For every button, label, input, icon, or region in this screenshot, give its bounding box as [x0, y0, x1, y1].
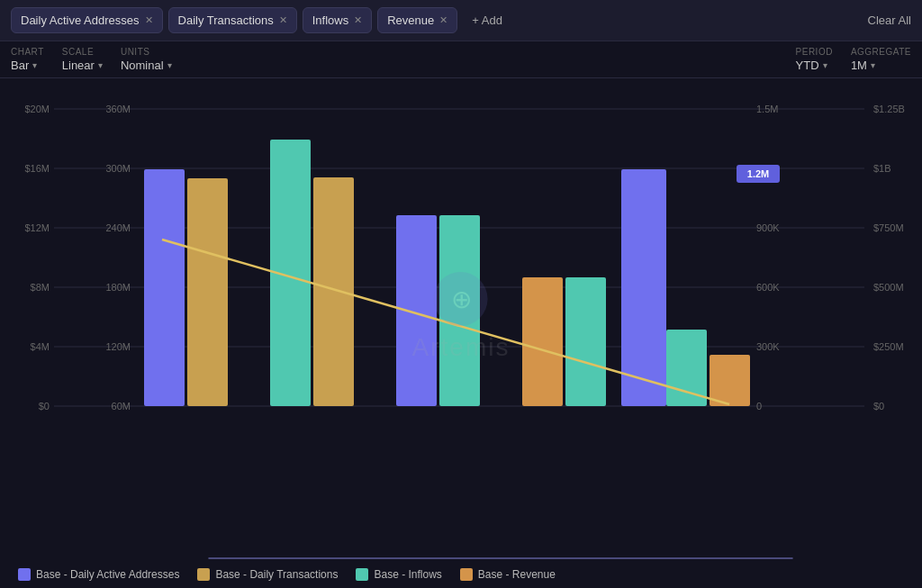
- chart-control: CHART Bar ▾: [11, 47, 44, 72]
- units-value: Nominal: [121, 59, 164, 72]
- period-label: PERIOD: [796, 47, 833, 57]
- clear-all-button[interactable]: Clear All: [868, 14, 911, 27]
- svg-text:300K: 300K: [756, 341, 780, 352]
- tab-revenue[interactable]: Revenue ✕: [377, 7, 457, 33]
- bar-daa-5[interactable]: [621, 169, 666, 406]
- scale-control: SCALE Linear ▾: [62, 47, 103, 72]
- svg-text:120M: 120M: [105, 341, 131, 352]
- svg-text:$1B: $1B: [873, 163, 891, 174]
- legend-item-inf: Base - Inflows: [356, 568, 441, 581]
- svg-text:$20M: $20M: [24, 104, 50, 114]
- bar-rev-2[interactable]: [313, 177, 354, 406]
- chart-area: ⊕ Artemis $20M $16M $12M $8M $4M $0 360M…: [0, 78, 922, 556]
- bar-inf-6[interactable]: [666, 330, 707, 406]
- legend-color-dt: [197, 568, 210, 581]
- scrollbar-thumb[interactable]: [208, 557, 793, 559]
- badge-1-2m-text: 1.2M: [747, 168, 769, 179]
- controls-bar: CHART Bar ▾ SCALE Linear ▾ UNITS Nominal…: [0, 41, 922, 78]
- units-selector[interactable]: Nominal ▾: [121, 59, 172, 72]
- tab-label: Revenue: [387, 14, 434, 27]
- svg-text:$0: $0: [39, 401, 50, 412]
- svg-text:$8M: $8M: [31, 282, 50, 293]
- period-value: YTD: [796, 59, 819, 72]
- bar-daa-3[interactable]: [396, 215, 437, 406]
- aggregate-label: AGGREGATE: [851, 47, 911, 57]
- add-tab-button[interactable]: + Add: [463, 8, 511, 32]
- bar-tx-1[interactable]: [187, 178, 228, 406]
- period-selector[interactable]: YTD ▾: [796, 59, 833, 72]
- legend-item-rev: Base - Revenue: [460, 568, 556, 581]
- scale-label: SCALE: [62, 47, 103, 57]
- period-arrow-icon: ▾: [823, 60, 827, 70]
- units-arrow-icon: ▾: [167, 60, 172, 70]
- svg-text:0: 0: [756, 401, 762, 412]
- svg-text:$4M: $4M: [31, 341, 50, 352]
- svg-text:$500M: $500M: [873, 282, 904, 293]
- chart-selector[interactable]: Bar ▾: [11, 59, 44, 72]
- legend: Base - Daily Active Addresses Base - Dai…: [0, 561, 922, 588]
- tab-close-inf[interactable]: ✕: [354, 14, 362, 26]
- svg-text:600K: 600K: [756, 282, 780, 293]
- svg-text:180M: 180M: [105, 282, 131, 293]
- tab-close-daa[interactable]: ✕: [145, 14, 153, 26]
- scale-value: Linear: [62, 59, 95, 72]
- legend-color-daa: [18, 568, 31, 581]
- bar-inf-4[interactable]: [522, 277, 563, 406]
- bar-daa-1[interactable]: [144, 169, 185, 406]
- units-label: UNITS: [121, 47, 172, 57]
- tab-inflows[interactable]: Inflows ✕: [303, 7, 372, 33]
- svg-text:900K: 900K: [756, 222, 780, 233]
- svg-text:60M: 60M: [112, 401, 131, 412]
- tab-close-rev[interactable]: ✕: [439, 14, 447, 26]
- bar-rev-6[interactable]: [710, 355, 750, 406]
- legend-color-rev: [460, 568, 473, 581]
- legend-item-daa: Base - Daily Active Addresses: [18, 568, 179, 581]
- legend-label-inf: Base - Inflows: [374, 568, 441, 581]
- chart-svg: $20M $16M $12M $8M $4M $0 360M 300M 240M…: [0, 82, 922, 469]
- period-control: PERIOD YTD ▾: [796, 47, 833, 72]
- chart-arrow-icon: ▾: [32, 60, 37, 70]
- aggregate-value: 1M: [851, 59, 867, 72]
- legend-color-inf: [356, 568, 368, 581]
- tab-label: Daily Transactions: [178, 14, 274, 27]
- aggregate-selector[interactable]: 1M ▾: [851, 59, 911, 72]
- svg-text:360M: 360M: [105, 104, 131, 114]
- units-control: UNITS Nominal ▾: [121, 47, 172, 72]
- svg-text:$750M: $750M: [873, 222, 904, 233]
- svg-text:300M: 300M: [105, 163, 131, 174]
- aggregate-arrow-icon: ▾: [871, 60, 875, 70]
- tab-daily-active-addresses[interactable]: Daily Active Addresses ✕: [11, 7, 163, 33]
- legend-label-rev: Base - Revenue: [478, 568, 556, 581]
- chart-label: CHART: [11, 47, 44, 57]
- legend-label-dt: Base - Daily Transactions: [215, 568, 338, 581]
- svg-text:240M: 240M: [105, 222, 131, 233]
- legend-label-daa: Base - Daily Active Addresses: [36, 568, 179, 581]
- scale-arrow-icon: ▾: [98, 60, 103, 70]
- legend-item-dt: Base - Daily Transactions: [197, 568, 338, 581]
- scale-selector[interactable]: Linear ▾: [62, 59, 103, 72]
- chart-value: Bar: [11, 59, 29, 72]
- svg-text:$0: $0: [873, 401, 884, 412]
- svg-text:$12M: $12M: [24, 222, 50, 233]
- bar-inf-3[interactable]: [439, 215, 480, 406]
- svg-text:$250M: $250M: [873, 341, 904, 352]
- bar-rev-4[interactable]: [565, 277, 606, 406]
- app-container: Daily Active Addresses ✕ Daily Transacti…: [0, 0, 922, 588]
- svg-text:$1.25B: $1.25B: [873, 104, 905, 114]
- tab-bar: Daily Active Addresses ✕ Daily Transacti…: [0, 0, 922, 41]
- aggregate-control: AGGREGATE 1M ▾: [851, 47, 911, 72]
- svg-text:1.5M: 1.5M: [756, 104, 778, 114]
- tab-label: Inflows: [312, 14, 348, 27]
- tab-daily-transactions[interactable]: Daily Transactions ✕: [168, 7, 297, 33]
- tab-close-dt[interactable]: ✕: [279, 14, 287, 26]
- tab-label: Daily Active Addresses: [21, 14, 140, 27]
- svg-text:$16M: $16M: [24, 163, 50, 174]
